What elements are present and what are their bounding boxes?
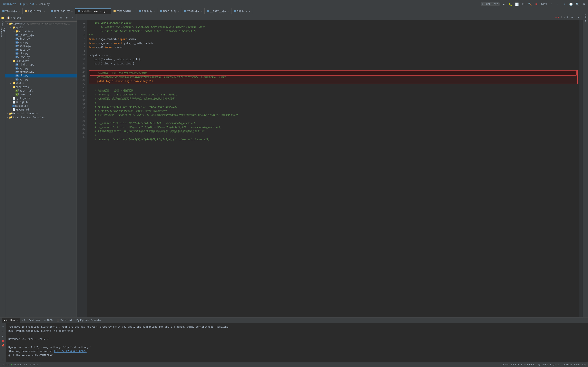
stop-run-icon[interactable]: ■ [1, 339, 5, 343]
restart-icon[interactable]: ↺ [1, 324, 5, 328]
tab-login-html[interactable]: login.html× [23, 8, 48, 14]
tab-timer-html[interactable]: timer.html× [111, 8, 137, 14]
code-content[interactable]: Including another URLconf 1. Import the … [87, 20, 579, 317]
tree-item-app01[interactable]: ▾📁app01 [5, 25, 77, 29]
stop-button[interactable]: ■ [534, 2, 539, 7]
build-button[interactable]: 🔨 [527, 2, 532, 7]
tree-item-admin-py[interactable]: pyadmin.py [5, 37, 77, 41]
error-count[interactable]: ⚠ 7 [555, 16, 559, 18]
tab-apps01---[interactable]: apps01... [232, 8, 253, 14]
encoding-status[interactable]: LF UTF-8 [511, 363, 522, 366]
tree-item-templates[interactable]: ▾📁templates [5, 85, 77, 89]
tree-item-cupkgtest[interactable]: ▾📁CupKGTest [5, 59, 77, 63]
tree-item-login-html[interactable]: htlogin.html [5, 89, 77, 92]
status-left: ⎇ Git ▶ 4: Run ⚠ 6: Problems [2, 363, 41, 366]
tab-tests-py[interactable]: tests.py× [182, 8, 205, 14]
tree-item-static[interactable]: ▸📁static [5, 81, 77, 85]
tree-item---init---py[interactable]: py__init__.py [5, 63, 77, 67]
sciview-icon[interactable]: SciView [584, 16, 588, 20]
bottom-tab-python-console[interactable]: PyPython Console [74, 318, 103, 323]
tree-item-readme-md[interactable]: 📄README.md [5, 108, 77, 111]
expand-warnings-icon[interactable]: ∧ [570, 15, 575, 19]
profile-button[interactable]: ⏱ [521, 2, 526, 7]
tab-models-py[interactable]: models.py× [158, 8, 182, 14]
search-icon[interactable]: 🔍 [575, 2, 580, 7]
problems-status[interactable]: ⚠ 6: Problems [24, 363, 41, 366]
commit-icon[interactable]: Commit [1, 23, 5, 27]
tree-item-wsgi-py[interactable]: pywsgi.py [5, 77, 77, 81]
scroll-down-icon[interactable]: ↓ [1, 334, 5, 338]
coverage-button[interactable]: 📊 [514, 2, 519, 7]
settings-cog-icon[interactable]: ⚙ [64, 15, 69, 20]
tab-close-icon[interactable]: × [133, 10, 134, 12]
python-status[interactable]: Python 3.8 (base) [537, 363, 561, 366]
tab-settings-py[interactable]: settings.py× [48, 8, 75, 14]
tree-item-apps-py[interactable]: pyapps.py [5, 41, 77, 44]
tab-close-icon[interactable]: × [228, 10, 229, 12]
tree-item-urls-py[interactable]: pyurls.py [5, 74, 77, 77]
tree-item-timer-html[interactable]: httimer.html [5, 92, 77, 96]
tree-item-asgi-py[interactable]: pyasgi.py [5, 67, 77, 70]
tree-item-models-py[interactable]: pymodels.py [5, 44, 77, 48]
tab-close-icon[interactable]: × [19, 10, 20, 12]
editor-content[interactable]: 1213141516171819202122232425262728293031… [77, 20, 583, 317]
server-url-link[interactable]: http://127.0.0.1:8000/ [54, 350, 86, 353]
position-status[interactable]: 26:44 [502, 363, 509, 366]
tree-item-cupkgtest[interactable]: ▾📁CupKGTest ~/Downloads/jupyter/PythonWe… [5, 22, 77, 25]
history-icon[interactable]: 🕐 [568, 2, 573, 7]
run-button[interactable]: ▶ [501, 2, 506, 7]
breadcrumb-root[interactable]: CupKGTest [2, 2, 16, 6]
tab-close-icon[interactable]: × [107, 10, 108, 12]
settings-icon[interactable]: ⚙ [581, 2, 586, 7]
scroll-up-icon[interactable]: ↑ [1, 329, 5, 333]
tab-overflow-arrow[interactable]: ▾ [253, 9, 257, 13]
branch-status[interactable]: ⎇ main [563, 363, 572, 366]
tab-close-icon[interactable]: × [44, 10, 45, 12]
tab-apps-py[interactable]: apps.py× [137, 8, 158, 14]
debug-button[interactable]: 🐛 [508, 2, 513, 7]
more-vert-icon[interactable]: ⋮ [1, 357, 5, 361]
tab-views-py[interactable]: views.py× [0, 8, 23, 14]
close-sidebar-icon[interactable]: × [70, 15, 75, 20]
tab-close-icon[interactable]: × [71, 10, 73, 12]
git-pull-icon[interactable]: ↓ [562, 2, 567, 7]
bottom-tab-4:-run[interactable]: ▶4: Run× [2, 318, 20, 323]
add-file-icon[interactable]: + [53, 15, 58, 20]
run-config[interactable]: ▶ CupKGTest [481, 2, 500, 6]
tree-item-scratches-and-consoles[interactable]: ▸📁Scratches and Consoles [5, 115, 77, 119]
collapse-icon[interactable]: ⊟ [59, 15, 63, 20]
run-status[interactable]: ▶ 4: Run [11, 363, 21, 366]
git-push-icon[interactable]: ↑ [555, 2, 560, 7]
git-check-icon[interactable]: ✓ [549, 2, 554, 7]
git-status[interactable]: ⎇ Git [2, 363, 9, 366]
tree-item-urls-py[interactable]: pyurls.py [5, 52, 77, 55]
tab-close-icon[interactable]: × [178, 10, 179, 12]
tree-item-external-libraries[interactable]: ▸📁External Libraries [5, 111, 77, 115]
tab-cupkgtest-urls-py[interactable]: CupKGTest/urls.py× [75, 8, 111, 14]
tree-item--gitignore[interactable]: 📄.gitignore [5, 96, 77, 100]
tree-item-tests-py[interactable]: pytests.py [5, 48, 77, 52]
tab---init---py[interactable]: __init__.py× [205, 8, 232, 14]
line-num-14: 14 [77, 29, 85, 33]
pull-requests-icon[interactable]: Pull Requests [1, 30, 5, 34]
bottom-tab-todo[interactable]: ☑TODO [42, 318, 54, 323]
collapse-warnings-icon[interactable]: ∨ [576, 15, 581, 19]
tree-item---init---py[interactable]: py__init__.py [5, 33, 77, 37]
breadcrumb-project[interactable]: CupKGTest [20, 2, 34, 6]
tree-item-views-py[interactable]: pyviews.py [5, 55, 77, 59]
warning-count[interactable]: ✓ 1 [564, 16, 568, 18]
bottom-tab-terminal[interactable]: ⬛Terminal [54, 318, 74, 323]
project-icon[interactable]: 📁 [1, 16, 5, 20]
tree-item-settings-py[interactable]: pysettings.py [5, 70, 77, 74]
tree-item-manage-py[interactable]: pymanage.py [5, 104, 77, 108]
tab-close-icon[interactable]: × [154, 10, 155, 12]
bottom-tab-close-icon[interactable]: × [17, 319, 18, 321]
line-num-15: 15 [77, 33, 85, 37]
pin-icon[interactable]: 📌 [1, 343, 5, 348]
tab-close-icon[interactable]: × [201, 10, 202, 12]
tree-item-db-sqlite3[interactable]: 📄db.sqlite3 [5, 100, 77, 104]
tree-item-migrations[interactable]: ▸📁migrations [5, 29, 77, 33]
bottom-tab-6:-problems[interactable]: ⚠6: Problems [20, 318, 43, 323]
event-log-status[interactable]: Event Log [574, 363, 586, 366]
indent-status[interactable]: 4 spaces [524, 363, 535, 366]
